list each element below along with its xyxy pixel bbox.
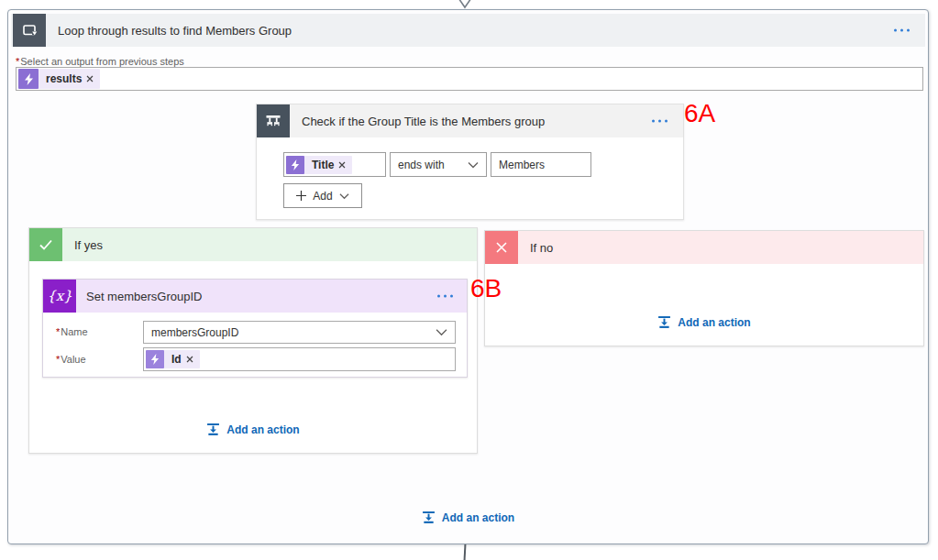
condition-left-operand-input[interactable]: Title (283, 152, 386, 177)
chevron-down-icon (436, 328, 447, 336)
required-marker: * (16, 56, 19, 67)
apply-to-each-icon (13, 14, 46, 47)
variable-name-value: membersGroupID (151, 326, 238, 339)
if-no-branch: If no Add an action (484, 230, 924, 346)
if-no-label: If no (530, 241, 553, 255)
operator-value: ends with (398, 159, 445, 171)
if-yes-header[interactable]: If yes (29, 228, 477, 261)
results-token[interactable]: results (18, 69, 100, 89)
apply-to-each-scope: Loop through results to find Members Gro… (7, 9, 929, 544)
condition-right-operand-input[interactable]: Members (491, 152, 591, 177)
set-variable-header[interactable]: {x} Set membersGroupID (43, 280, 467, 313)
token-label: Title (304, 159, 338, 171)
x-icon (485, 231, 518, 264)
condition-header[interactable]: Check if the Group Title is the Members … (257, 104, 683, 137)
token-label: results (39, 72, 86, 85)
loop-menu-button[interactable] (890, 26, 913, 36)
add-action-icon (657, 315, 671, 329)
condition-icon (257, 104, 290, 137)
condition-row: Title ends with Members (283, 152, 591, 177)
dynamic-content-icon (146, 350, 164, 368)
if-yes-branch: If yes {x} Set membersGroupID *Name memb… (28, 227, 478, 454)
chevron-down-icon (468, 161, 479, 169)
add-action-label: Add an action (442, 511, 514, 524)
plus-icon (296, 191, 306, 201)
loop-title: Loop through results to find Members Gro… (58, 24, 292, 38)
title-token[interactable]: Title (286, 156, 352, 174)
variable-icon: {x} (43, 280, 76, 313)
condition-value-text: Members (499, 159, 545, 171)
flow-designer-canvas: Loop through results to find Members Gro… (0, 0, 938, 560)
set-variable-title: Set membersGroupID (86, 290, 202, 303)
condition-card: Check if the Group Title is the Members … (256, 104, 684, 220)
condition-add-button[interactable]: Add (283, 183, 362, 208)
chevron-down-icon (339, 192, 349, 200)
name-label: *Name (56, 326, 88, 337)
add-action-label: Add an action (226, 423, 299, 436)
annotation-6a: 6A (684, 101, 715, 126)
token-remove-icon[interactable] (186, 356, 193, 363)
set-variable-card: {x} Set membersGroupID *Name membersGrou… (42, 279, 468, 378)
id-token[interactable]: Id (146, 350, 200, 368)
annotation-6b: 6B (470, 276, 502, 302)
token-label: Id (164, 353, 186, 366)
loop-output-input[interactable]: results (16, 67, 923, 91)
dynamic-content-icon (18, 69, 39, 89)
set-variable-menu-button[interactable] (434, 291, 457, 302)
add-action-label: Add an action (678, 316, 750, 329)
connector-line (464, 544, 467, 560)
add-action-icon (422, 511, 436, 524)
insert-step-arrow-icon[interactable] (454, 0, 476, 9)
condition-operator-dropdown[interactable]: ends with (390, 152, 487, 177)
condition-title: Check if the Group Title is the Members … (302, 115, 545, 128)
value-label: *Value (56, 354, 86, 365)
variable-value-input[interactable]: Id (143, 347, 456, 371)
add-action-icon (206, 423, 220, 436)
variable-name-dropdown[interactable]: membersGroupID (143, 321, 456, 344)
dynamic-content-icon (286, 156, 304, 174)
token-remove-icon[interactable] (338, 161, 346, 169)
required-marker: * (56, 326, 60, 337)
token-remove-icon[interactable] (86, 75, 94, 82)
if-yes-add-action-link[interactable]: Add an action (29, 423, 477, 436)
if-yes-label: If yes (74, 238, 103, 252)
condition-menu-button[interactable] (648, 116, 671, 126)
add-button-label: Add (313, 190, 332, 203)
check-icon (29, 228, 62, 261)
if-no-add-action-link[interactable]: Add an action (485, 315, 923, 329)
required-marker: * (56, 354, 60, 365)
loop-add-action-link[interactable]: Add an action (8, 511, 928, 524)
loop-header[interactable]: Loop through results to find Members Gro… (11, 14, 925, 47)
loop-output-label: *Select an output from previous steps (16, 56, 184, 67)
if-no-header[interactable]: If no (485, 231, 923, 264)
